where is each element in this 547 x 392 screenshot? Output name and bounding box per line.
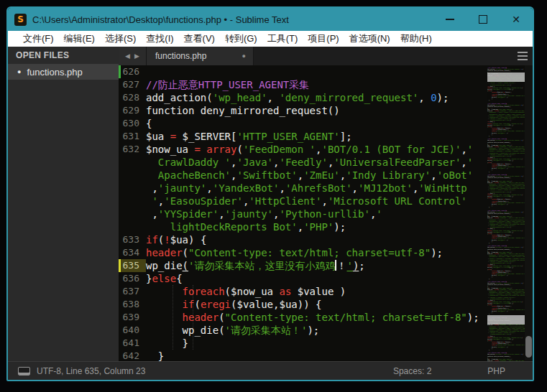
tab-prev-icon[interactable]: ◀ (125, 52, 130, 60)
code-line[interactable]: } (146, 350, 487, 361)
line-number[interactable]: 642 (119, 350, 146, 361)
menu-item-5[interactable]: 转到(G) (220, 31, 262, 47)
line-number[interactable]: 638 (119, 298, 146, 311)
code-area[interactable]: //防止恶意HTTP_USER_AGENT采集add_action('wp_he… (487, 101, 525, 137)
code-line[interactable]: { (146, 117, 487, 130)
line-number[interactable]: 640 (119, 324, 146, 337)
line-number[interactable]: 635 (119, 259, 146, 272)
line-number[interactable]: 637 (119, 285, 146, 298)
code-line[interactable]: foreach($now_ua as $value ) (146, 285, 487, 298)
status-indent-setting[interactable]: Spaces: 2 (393, 366, 431, 376)
menu-item-1[interactable]: 编辑(E) (59, 31, 100, 47)
line-number[interactable]: 641 (119, 337, 146, 350)
code-line[interactable]: if(!$ua) { (146, 233, 487, 246)
line-number-gutter: 6266276286296306316326336346356366376386… (119, 65, 146, 361)
menu-item-6[interactable]: 工具(T) (262, 31, 303, 47)
code-area[interactable]: //防止恶意HTTP_USER_AGENT采集add_action('wp_he… (487, 243, 525, 279)
maximize-icon (479, 15, 487, 24)
menu-item-8[interactable]: 首选项(N) (344, 31, 395, 47)
status-bar: UTF-8, Line 635, Column 23 Spaces: 2 PHP (8, 361, 533, 381)
code-line[interactable]: ,'YYSpider','jaunty','Python-urllib',' (146, 207, 487, 220)
indent-guide (173, 285, 173, 350)
close-button[interactable]: ✕ (500, 8, 533, 31)
open-files-header: OPEN FILES (8, 47, 119, 64)
line-number[interactable]: 634 (119, 246, 146, 259)
code-line[interactable]: $now_ua = array('FeedDemon ','BOT/0.1 (B… (146, 143, 487, 156)
line-number[interactable]: 630 (119, 117, 146, 130)
menu-item-9[interactable]: 帮助(H) (395, 31, 437, 47)
code-editor[interactable]: 6266276286296306316326336346356366376386… (119, 65, 533, 361)
code-line[interactable]: ApacheBench','Swiftbot','ZmEu','Indy Lib… (146, 169, 487, 182)
code-line[interactable]: ,'jaunty','YandexBot','AhrefsBot','MJ12b… (146, 182, 487, 195)
code-line[interactable]: wp_die('请勿采集本站，这里没有小鸡鸡！'); (146, 259, 487, 272)
line-number[interactable] (119, 182, 146, 195)
status-position-text: UTF-8, Line 635, Column 23 (37, 366, 393, 376)
title-bar[interactable]: S C:\Users\Administrator\Desktop\functio… (8, 8, 533, 31)
line-number[interactable]: 626 (119, 65, 146, 78)
code-line[interactable] (146, 65, 487, 78)
code-line[interactable]: if(eregi($value,$ua)) { (146, 298, 487, 311)
line-number[interactable]: 629 (119, 104, 146, 117)
file-dot-icon: ● (17, 68, 21, 75)
sublime-window: S C:\Users\Administrator\Desktop\functio… (6, 6, 534, 381)
main-area: OPEN FILES ● functions.php ◀ ▶ functions… (8, 47, 533, 361)
line-number[interactable]: 631 (119, 130, 146, 143)
code-area[interactable]: //防止恶意HTTP_USER_AGENT采集add_action('wp_he… (487, 350, 525, 361)
code-line[interactable]: } (146, 337, 487, 350)
line-number[interactable] (119, 220, 146, 233)
tab-modified-dot-icon: ● (242, 52, 246, 60)
code-area[interactable]: //防止恶意HTTP_USER_AGENT采集add_action('wp_he… (487, 136, 525, 172)
code-line[interactable]: add_action('wp_head', 'deny_mirrored_req… (146, 91, 487, 104)
line-number[interactable] (119, 195, 146, 207)
code-area[interactable]: //防止恶意HTTP_USER_AGENT采集add_action('wp_he… (487, 208, 525, 244)
menu-item-4[interactable]: 查看(V) (179, 31, 220, 47)
line-number[interactable]: 639 (119, 311, 146, 324)
code-area[interactable]: //防止恶意HTTP_USER_AGENT采集add_action('wp_he… (487, 172, 525, 208)
code-line[interactable]: $ua = $_SERVER['HTTP_USER_AGENT']; (146, 130, 487, 143)
sidebar-item-functions-php[interactable]: ● functions.php (8, 64, 119, 80)
indent-guide (193, 285, 193, 350)
scrollbar-thumb[interactable] (525, 336, 532, 358)
line-number[interactable]: 632 (119, 143, 146, 156)
vertical-scrollbar[interactable] (525, 65, 533, 361)
maximize-button[interactable] (466, 8, 500, 31)
minimize-button[interactable] (433, 8, 466, 31)
tab-nav-arrows[interactable]: ◀ ▶ (119, 47, 147, 65)
console-icon[interactable] (18, 367, 30, 375)
code-line[interactable]: header("Content-type: text/html; charset… (146, 311, 487, 324)
code-area[interactable]: //防止恶意HTTP_USER_AGENT采集add_action('wp_he… (487, 279, 525, 315)
code-line[interactable]: ','EasouSpider','HttpClient','Microsoft … (146, 195, 487, 207)
code-line[interactable]: lightDeckReports Bot','PHP'); (146, 220, 487, 233)
tab-next-icon[interactable]: ▶ (134, 52, 139, 60)
menu-item-2[interactable]: 选择(S) (100, 31, 141, 47)
tab-label: functions.php (155, 51, 242, 61)
tab-functions-php[interactable]: functions.php ● (147, 47, 254, 65)
tab-bar: ◀ ▶ functions.php ● (119, 47, 533, 65)
editor-column: ◀ ▶ functions.php ● 62662762862963063163… (119, 47, 533, 361)
line-number[interactable] (119, 156, 146, 169)
code-line[interactable]: //防止恶意HTTP_USER_AGENT采集 (146, 78, 487, 91)
minimap[interactable]: //防止恶意HTTP_USER_AGENT采集add_action('wp_he… (487, 65, 525, 361)
line-number[interactable]: 633 (119, 233, 146, 246)
minimize-icon (446, 19, 454, 20)
code-line[interactable]: header("Content-type: text/html; charset… (146, 246, 487, 259)
menu-item-7[interactable]: 项目(P) (303, 31, 344, 47)
code-line[interactable]: wp_die('请勿采集本站！'); (146, 324, 487, 337)
line-number[interactable]: 627 (119, 78, 146, 91)
line-number[interactable]: 628 (119, 91, 146, 104)
code-line[interactable]: function deny_mirrored_request() (146, 104, 487, 117)
minimap-highlight (487, 73, 525, 82)
code-line[interactable]: CrawlDaddy ','Java','Feedly','UniversalF… (146, 156, 487, 169)
menu-item-3[interactable]: 查找(I) (141, 31, 178, 47)
minimap-viewport[interactable] (487, 315, 525, 325)
sidebar: OPEN FILES ● functions.php (8, 47, 119, 361)
menu-item-0[interactable]: 文件(F) (18, 31, 59, 47)
code-area[interactable]: //防止恶意HTTP_USER_AGENT采集add_action('wp_he… (146, 65, 487, 361)
line-number[interactable]: 636 (119, 272, 146, 285)
line-number[interactable] (119, 207, 146, 220)
status-syntax-setting[interactable]: PHP (487, 366, 505, 376)
code-line[interactable]: }else{ (146, 272, 487, 285)
window-title: C:\Users\Administrator\Desktop\functions… (32, 14, 433, 25)
line-number[interactable] (119, 169, 146, 182)
tab-overflow-menu-icon[interactable] (518, 52, 528, 60)
